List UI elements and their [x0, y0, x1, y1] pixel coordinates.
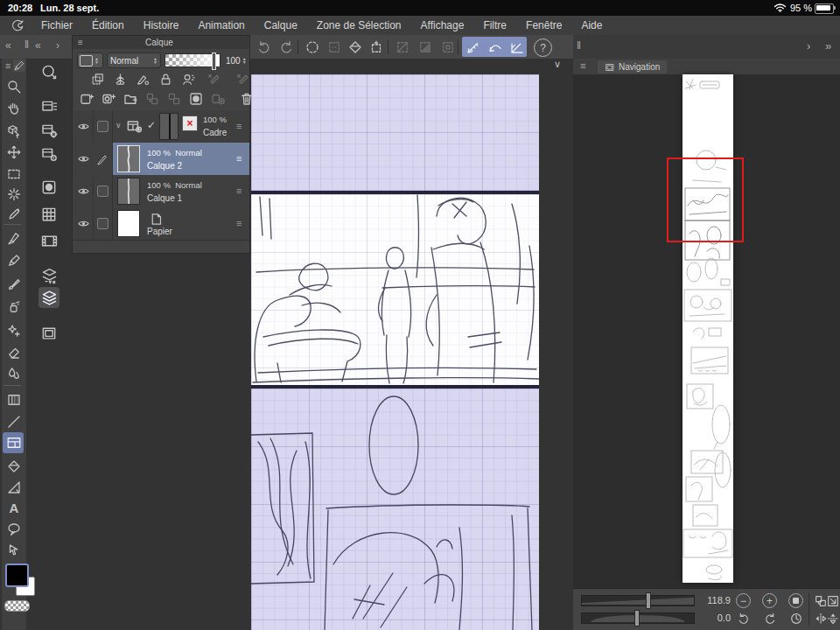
transform-button[interactable] — [368, 38, 385, 56]
layer-visibility-toggle[interactable] — [74, 143, 94, 175]
ruler-range-alt-icon[interactable] — [233, 72, 254, 87]
eraser-tool[interactable] — [6, 345, 22, 360]
selection-launcher-button[interactable] — [439, 38, 457, 56]
lock-layer-icon[interactable] — [158, 72, 173, 87]
gradient-tool[interactable] — [6, 392, 22, 408]
eyedropper-tool[interactable] — [6, 206, 22, 222]
redo-button[interactable] — [277, 38, 295, 56]
fill-selection-button[interactable] — [416, 38, 434, 56]
layer-thumbnail[interactable] — [117, 145, 140, 172]
layer-row-menu-icon[interactable]: ≡ — [236, 186, 242, 196]
ruler-tool[interactable] — [6, 480, 22, 495]
zoom-out-button[interactable]: − — [736, 593, 751, 608]
layer-visibility-toggle[interactable] — [74, 110, 94, 143]
auto-select-tool[interactable] — [6, 186, 22, 202]
rotate-palette-icon[interactable] — [38, 61, 60, 82]
zoom-slider-handle[interactable] — [646, 592, 651, 609]
reselect-button[interactable] — [326, 38, 343, 56]
menu-item-edition[interactable]: Édition — [92, 19, 124, 32]
clip-studio-logo-icon[interactable] — [10, 18, 25, 33]
enable-mask-icon[interactable] — [181, 72, 196, 87]
layer-visibility-toggle[interactable] — [74, 207, 94, 240]
text-tool[interactable]: A — [6, 500, 22, 516]
menu-item-histoire[interactable]: Histoire — [144, 19, 179, 32]
menu-item-aide[interactable]: Aide — [581, 19, 602, 32]
layer-thumbnail[interactable] — [159, 113, 178, 140]
zoom-slider[interactable] — [581, 595, 695, 606]
layer-palette-icon[interactable] — [38, 287, 60, 308]
airbrush-tool[interactable] — [6, 299, 22, 315]
snap-to-special-ruler-button[interactable] — [486, 38, 504, 56]
menu-item-calque[interactable]: Calque — [264, 19, 298, 32]
actual-size-button[interactable] — [826, 594, 840, 608]
new-correction-layer-icon[interactable] — [101, 91, 116, 107]
layer-row-menu-icon[interactable]: ≡ — [236, 121, 242, 131]
menu-item-fenetre[interactable]: Fenêtre — [526, 19, 562, 32]
navigation-palette-icon[interactable] — [38, 323, 60, 344]
color-set-palette-icon[interactable] — [38, 204, 60, 225]
transparent-color-swatch[interactable] — [4, 600, 30, 612]
reference-layer-icon[interactable] — [113, 72, 128, 87]
clip-to-layer-below-icon[interactable] — [90, 72, 105, 87]
layer-row-menu-icon[interactable]: ≡ — [236, 153, 242, 164]
fill-button[interactable] — [346, 38, 364, 56]
transfer-to-layer-below-icon[interactable] — [144, 91, 160, 107]
panel-drag-handle-icon[interactable]: ‖ — [577, 40, 581, 51]
apply-mask-icon[interactable] — [210, 91, 226, 107]
layer-row-calque-2-selected[interactable]: 100 % Normal Calque 2 ≡ — [74, 143, 249, 176]
layer-row-cadre[interactable]: ∨ ✓ × 100 % Cadre ≡ — [74, 110, 249, 144]
layer-thumbnail[interactable] — [117, 178, 140, 205]
brush-size-palette-icon[interactable] — [38, 144, 60, 164]
menu-item-fichier[interactable]: Fichier — [41, 19, 73, 32]
layer-checkbox[interactable] — [93, 207, 113, 240]
collapse-toolbar-chevron-icon[interactable]: ∨ — [554, 60, 561, 69]
navigation-thumbnail[interactable] — [682, 74, 733, 583]
panel-expand-icon[interactable]: › — [807, 40, 810, 52]
brush-tool[interactable] — [6, 276, 22, 292]
layer-property-palette-icon[interactable] — [38, 265, 60, 286]
frame-border-tool[interactable] — [6, 435, 22, 451]
canvas[interactable] — [251, 74, 539, 630]
layer-row-menu-icon[interactable]: ≡ — [236, 218, 242, 228]
delete-layer-icon[interactable] — [239, 91, 255, 107]
new-folder-icon[interactable] — [122, 91, 138, 107]
zoom-tool[interactable] — [6, 79, 22, 94]
opacity-slider-handle[interactable] — [212, 52, 216, 70]
palette-display-selector[interactable]: ▲▼ — [77, 52, 103, 68]
decoration-tool[interactable] — [6, 323, 22, 339]
dock-handle-icon[interactable]: ‖ — [24, 39, 29, 50]
opacity-stepper[interactable]: 100 ▲▼ — [224, 52, 250, 68]
menu-item-filtre[interactable]: Filtre — [483, 19, 507, 32]
deselect-button[interactable] — [304, 38, 321, 56]
tool-palette-menu-icon[interactable]: ≡ — [5, 61, 10, 71]
menu-item-animation[interactable]: Animation — [198, 19, 244, 32]
layer-checkbox[interactable] — [93, 175, 113, 207]
line-correction-tool[interactable] — [6, 542, 22, 558]
figure-tool[interactable] — [6, 414, 22, 430]
rotate-left-button[interactable] — [737, 612, 751, 626]
zoom-reset-button[interactable] — [788, 593, 803, 608]
new-layer-icon[interactable] — [79, 91, 94, 107]
expand-right-icon[interactable]: › — [56, 40, 60, 51]
collapse-palette-icon[interactable]: « — [35, 40, 41, 51]
collapse-left-icon[interactable]: « — [5, 40, 11, 51]
lock-transparent-pixels-icon[interactable] — [136, 72, 150, 87]
foreground-color-swatch[interactable] — [5, 564, 29, 587]
rotation-slider-handle[interactable] — [634, 610, 640, 626]
layer-visibility-toggle[interactable] — [74, 175, 94, 207]
pencil-tool[interactable] — [6, 253, 22, 269]
ruler-range-icon[interactable] — [204, 72, 225, 87]
menu-item-affichage[interactable]: Affichage — [421, 19, 465, 32]
tool-property-palette-icon[interactable] — [38, 120, 60, 141]
pen-tool[interactable] — [6, 230, 22, 246]
reset-rotation-button[interactable] — [789, 612, 803, 626]
blend-tool[interactable] — [6, 366, 22, 382]
quick-access-palette-icon[interactable] — [38, 96, 60, 117]
layer-row-papier[interactable]: Papier ≡ — [74, 207, 249, 241]
menu-item-zone-de-selection[interactable]: Zone de Sélection — [317, 19, 402, 32]
fill-tool[interactable] — [6, 458, 22, 474]
tone-palette-icon[interactable] — [38, 177, 60, 198]
layer-thumbnail[interactable] — [117, 210, 140, 237]
blend-mode-select[interactable]: Normal ▲▼ — [107, 52, 161, 68]
zoom-in-button[interactable]: + — [762, 593, 777, 608]
